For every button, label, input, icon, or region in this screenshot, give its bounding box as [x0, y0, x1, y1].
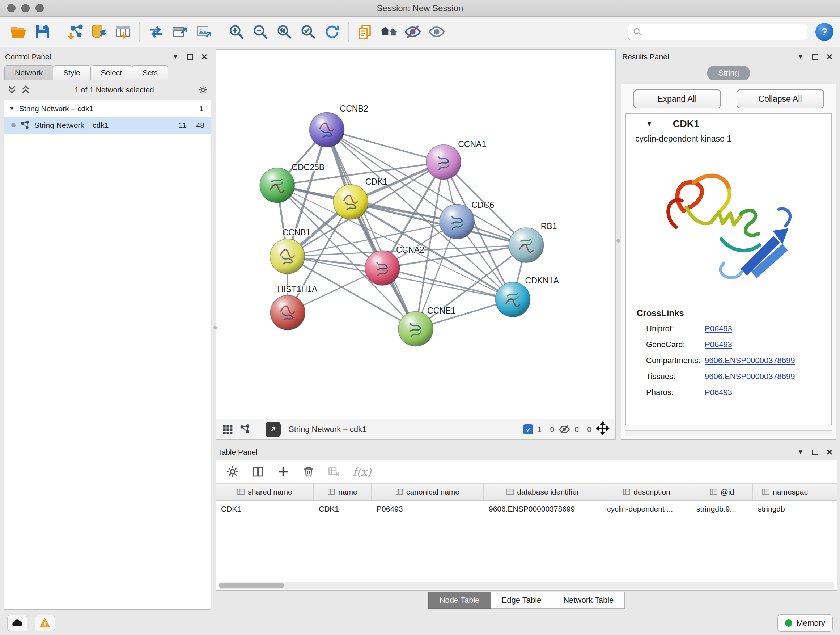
collapse-all-icon[interactable] [7, 85, 17, 95]
help-button[interactable]: ? [815, 23, 834, 41]
node-CDKN1A[interactable]: CDKN1A [495, 276, 559, 317]
float-panel-button[interactable] [185, 52, 195, 62]
column-header-shared-name[interactable]: shared name [216, 484, 314, 500]
close-panel-button[interactable]: × [199, 52, 210, 62]
close-window-button[interactable] [7, 4, 16, 12]
network-row-selected[interactable]: String Network – cdk1 11 48 [4, 117, 211, 134]
zoom-in-button[interactable] [225, 20, 248, 44]
crosslink-link[interactable]: P06493 [705, 388, 732, 397]
node-HIST1H1A[interactable]: HIST1H1A [270, 285, 317, 330]
crosslink-link[interactable]: 9606.ENSP00000378699 [705, 356, 795, 365]
close-panel-button[interactable]: × [824, 448, 835, 457]
node-CDC6[interactable]: CDC6 [439, 200, 494, 239]
crosslink-link[interactable]: P06493 [705, 340, 732, 349]
scrollbar-thumb[interactable] [219, 583, 284, 588]
collapse-all-button[interactable]: Collapse All [737, 89, 824, 108]
column-header--id[interactable]: @id [691, 484, 753, 500]
maximize-window-button[interactable] [35, 4, 44, 12]
collapse-triangle-icon[interactable]: ▼ [646, 120, 653, 128]
network-canvas[interactable]: CCNB2CCNA1CDC25BCDK1CDC6RB1CCNB1CCNA2CDK… [216, 50, 615, 419]
open-in-browser-button[interactable] [265, 422, 281, 437]
node-label-CCNB1: CCNB1 [282, 228, 310, 237]
zoom-selected-button[interactable] [296, 20, 320, 44]
panel-menu-button[interactable]: ▼ [795, 448, 806, 457]
float-panel-button[interactable] [810, 448, 821, 457]
table-cell[interactable]: stringdb [753, 501, 817, 517]
delete-column-icon[interactable] [302, 465, 315, 478]
tab-node-table[interactable]: Node Table [428, 592, 491, 608]
column-header-name[interactable]: name [314, 484, 371, 500]
search-input[interactable] [645, 27, 803, 36]
zoom-out-button[interactable] [248, 20, 272, 44]
column-header-canonical-name[interactable]: canonical name [371, 484, 484, 500]
export-image-button[interactable] [192, 20, 216, 44]
import-network-database-button[interactable] [87, 20, 111, 44]
clone-network-button[interactable] [353, 20, 377, 44]
table-cell[interactable]: stringdb:9... [691, 501, 753, 517]
add-column-icon[interactable] [277, 465, 290, 478]
import-network-file-button[interactable] [63, 20, 87, 44]
tab-select[interactable]: Select [90, 65, 133, 80]
node-RB1[interactable]: RB1 [509, 222, 557, 263]
minimize-window-button[interactable] [21, 4, 30, 12]
selected-checkbox-icon[interactable] [523, 424, 533, 434]
table-cell[interactable]: cyclin-dependent ... [602, 501, 691, 517]
close-panel-button[interactable]: × [824, 52, 835, 62]
cloud-status-button[interactable] [7, 615, 27, 631]
table-row[interactable]: CDK1CDK1P064939606.ENSP00000378699cyclin… [216, 501, 837, 517]
float-panel-button[interactable] [810, 52, 821, 62]
tab-network[interactable]: Network [4, 65, 53, 80]
import-table-button[interactable] [111, 20, 135, 44]
panel-menu-button[interactable]: ▼ [795, 52, 806, 62]
table-cell[interactable]: CDK1 [216, 501, 314, 517]
expand-all-button[interactable]: Expand All [633, 89, 721, 108]
splitter-handle[interactable] [616, 239, 620, 242]
network-collection-row[interactable]: ▼ String Network – cdk1 1 [4, 100, 211, 117]
tab-sets[interactable]: Sets [132, 65, 168, 80]
table-cell[interactable]: P06493 [371, 501, 484, 517]
crosslink-link[interactable]: P06493 [705, 324, 732, 333]
column-header-namespac[interactable]: namespac [753, 484, 817, 500]
crosslink-link[interactable]: 9606.ENSP00000378699 [705, 372, 795, 381]
node-CCNA1[interactable]: CCNA1 [426, 139, 486, 180]
panel-menu-button[interactable]: ▼ [170, 52, 181, 62]
edge-CCNB2-CCNE1[interactable] [327, 130, 416, 329]
table-cell[interactable]: 9606.ENSP00000378699 [484, 501, 602, 517]
node-CCNB2[interactable]: CCNB2 [309, 104, 368, 147]
share-network-icon[interactable] [239, 424, 251, 435]
memory-button[interactable]: Memory [777, 614, 833, 632]
save-session-button[interactable] [30, 20, 54, 44]
fit-content-button[interactable] [596, 421, 609, 437]
warnings-button[interactable] [35, 615, 55, 631]
tab-string[interactable]: String [707, 66, 750, 80]
network-graph[interactable]: CCNB2CCNA1CDC25BCDK1CDC6RB1CCNB1CCNA2CDK… [216, 50, 615, 419]
new-network-from-selection-button[interactable] [144, 20, 168, 44]
zoom-fit-button[interactable] [272, 20, 296, 44]
tab-style[interactable]: Style [53, 65, 91, 80]
home-levels-button[interactable] [377, 20, 401, 44]
gear-icon[interactable] [226, 465, 239, 478]
show-columns-icon[interactable] [251, 465, 264, 478]
collapse-triangle-icon[interactable]: ▼ [9, 105, 15, 112]
protein-description: cyclin-dependent kinase 1 [626, 134, 831, 144]
expand-all-icon[interactable] [21, 85, 30, 95]
hide-selected-button[interactable] [401, 20, 425, 44]
new-table-button[interactable] [168, 20, 192, 44]
node-CCNB1[interactable]: CCNB1 [270, 228, 310, 274]
warning-icon [39, 617, 51, 629]
refresh-button[interactable] [320, 20, 344, 44]
gear-icon[interactable] [198, 85, 208, 95]
table-cell[interactable]: CDK1 [314, 501, 371, 517]
node-CDK1[interactable]: CDK1 [333, 177, 388, 219]
table-header-row: shared namenamecanonical namedatabase id… [216, 483, 837, 501]
tab-edge-table[interactable]: Edge Table [491, 592, 553, 608]
grid-view-icon[interactable] [222, 424, 233, 435]
open-session-button[interactable] [6, 20, 30, 44]
column-header-database-identifier[interactable]: database identifier [484, 484, 602, 500]
column-header-description[interactable]: description [602, 484, 691, 500]
table-scrollbar[interactable] [218, 582, 835, 589]
panel-title: Control Panel [5, 52, 51, 61]
results-scrollbar[interactable] [625, 431, 832, 436]
tab-network-table[interactable]: Network Table [552, 592, 625, 608]
show-all-button[interactable] [425, 20, 448, 44]
